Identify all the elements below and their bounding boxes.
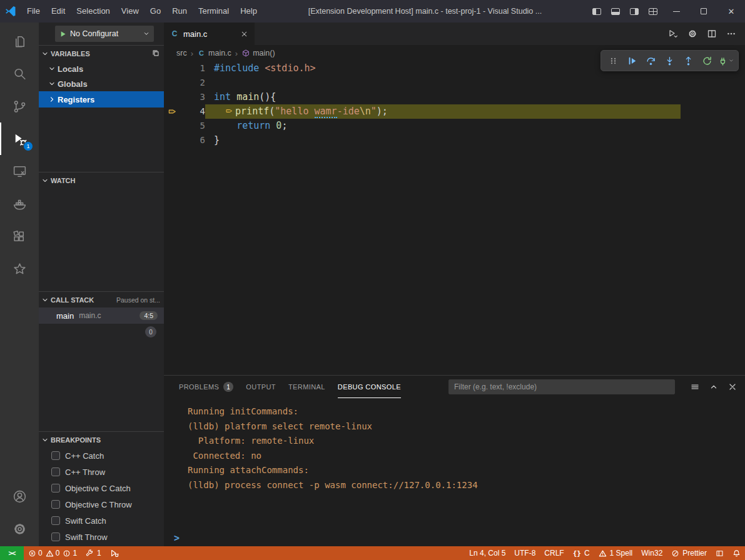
debug-restart-button[interactable] [699,52,716,69]
activity-bar-docker[interactable] [0,188,39,220]
variables-item-globals[interactable]: Globals [39,76,164,91]
panel-tab-problems[interactable]: PROBLEMS1 [179,376,233,398]
problems-status[interactable]: 0 0 1 [24,546,81,560]
menu-file[interactable]: File [21,0,46,22]
debug-step-out-button[interactable] [680,52,697,69]
breakpoints-section-header[interactable]: BREAKPOINTS [39,431,164,448]
status-notifications[interactable] [728,546,745,560]
menu-run[interactable]: Run [166,0,193,22]
menu-view[interactable]: View [116,0,144,22]
activity-bar-run-and-debug[interactable]: 1 [0,122,39,155]
breakpoint-checkbox[interactable] [51,484,60,492]
debug-drag-handle-button[interactable] [605,52,622,69]
output-actions-icon[interactable] [690,382,700,392]
breadcrumb-item[interactable]: src [176,49,187,58]
status-eol[interactable]: CRLF [540,546,568,560]
breakpoint-row[interactable]: Objective C Catch [39,480,164,496]
debug-configuration-dropdown[interactable]: No Configurat [55,26,154,42]
debug-step-over-button[interactable] [642,52,659,69]
panel-tab-debug-console[interactable]: DEBUG CONSOLE [338,376,401,398]
breakpoint-label: C++ Throw [65,468,105,477]
breakpoint-checkbox[interactable] [51,451,60,460]
variables-section-header[interactable]: VARIABLES [39,45,164,61]
close-tab-icon[interactable] [240,30,248,38]
breakpoint-row[interactable]: Objective C Throw [39,496,164,512]
menu-selection[interactable]: Selection [71,0,115,22]
breakpoint-gutter[interactable] [164,119,180,133]
panel-tab-output[interactable]: OUTPUT [246,376,276,398]
breadcrumb-item[interactable]: Cmain.c [197,49,231,58]
tools-status[interactable]: 1 [81,546,106,560]
watch-section-header[interactable]: WATCH [39,172,164,188]
menu-go[interactable]: Go [144,0,166,22]
debug-step-into-button[interactable] [661,52,678,69]
status-cursor-position[interactable]: Ln 4, Col 5 [465,546,510,560]
minimize-button[interactable] [662,0,690,22]
slash-circle-icon [671,549,679,558]
customize-layout-icon[interactable] [644,0,662,22]
start-debug-icon [59,30,67,38]
activity-bar-account[interactable] [0,480,39,512]
panel-tab-label: DEBUG CONSOLE [338,383,401,391]
line-number: 1 [180,61,205,76]
debug-console-input[interactable]: > [164,530,745,546]
call-stack-section-header[interactable]: CALL STACK Paused on st... [39,291,164,308]
collapse-all-icon[interactable] [151,49,160,58]
activity-bar-remote-explorer[interactable] [0,155,39,188]
breakpoint-gutter[interactable] [164,61,180,76]
debug-continue-button[interactable] [624,52,641,69]
panel-tab-terminal[interactable]: TERMINAL [288,376,325,398]
variables-item-registers[interactable]: Registers [39,91,164,108]
breakpoint-gutter[interactable] [164,76,180,90]
close-button[interactable]: ✕ [717,0,745,22]
breakpoint-gutter[interactable] [164,104,180,119]
breakpoint-checkbox[interactable] [51,468,60,476]
status-encoding[interactable]: UTF-8 [510,546,540,560]
stack-frame-row[interactable]: main main.c 4:5 [39,308,164,324]
activity-bar-source-control[interactable] [0,90,39,122]
breakpoint-row[interactable]: Swift Catch [39,512,164,529]
breakpoint-gutter[interactable] [164,90,180,104]
maximize-panel-icon[interactable] [709,382,719,392]
breakpoint-checkbox[interactable] [51,532,60,541]
tab-main-c[interactable]: C main.c [164,22,255,45]
breakpoint-gutter[interactable] [164,133,180,148]
status-prettier[interactable]: Prettier [667,546,711,560]
activity-bar-explorer[interactable] [0,25,39,58]
breakpoint-row[interactable]: C++ Throw [39,464,164,480]
toggle-panel-icon[interactable] [606,0,625,22]
breadcrumb-item[interactable]: main() [241,49,275,58]
status-spell-checker[interactable]: 1 Spell [594,546,637,560]
close-panel-icon[interactable] [727,382,737,392]
split-editor-button[interactable] [707,29,717,39]
activity-bar-extensions[interactable] [0,220,39,252]
maximize-button[interactable] [690,0,717,22]
status-platform[interactable]: Win32 [637,546,667,560]
more-actions-button[interactable] [726,29,736,39]
remote-indicator[interactable]: >< [0,546,24,560]
breakpoint-checkbox[interactable] [51,516,60,525]
breakpoint-checkbox[interactable] [51,500,60,509]
activity-bar-settings[interactable] [0,512,39,545]
activity-bar-search[interactable] [0,58,39,90]
status-screencast-mode[interactable] [711,546,728,560]
run-or-debug-button[interactable] [668,29,678,39]
toggle-sidebar-icon[interactable] [587,0,606,22]
code-editor[interactable]: 1#include <stdio.h>23int main(){4 printf… [164,61,745,148]
menu-terminal[interactable]: Terminal [193,0,235,22]
breakpoint-row[interactable]: C++ Catch [39,448,164,464]
debug-console-filter-input[interactable] [449,379,675,394]
menu-help[interactable]: Help [235,0,263,22]
status-language-mode[interactable]: {}C [569,546,594,560]
debug-settings-button[interactable] [687,29,697,39]
braces-icon: {} [573,549,581,558]
variables-item-locals[interactable]: Locals [39,61,164,76]
debug-status[interactable] [106,546,123,560]
toggle-secondary-sidebar-icon[interactable] [625,0,644,22]
breakpoint-row[interactable]: Swift Throw [39,529,164,545]
debug-disconnect-button[interactable] [717,52,734,69]
activity-bar-star[interactable] [0,252,39,285]
step-over-icon [646,56,656,66]
menu-edit[interactable]: Edit [46,0,71,22]
breakpoint-label: Objective C Throw [65,500,132,509]
